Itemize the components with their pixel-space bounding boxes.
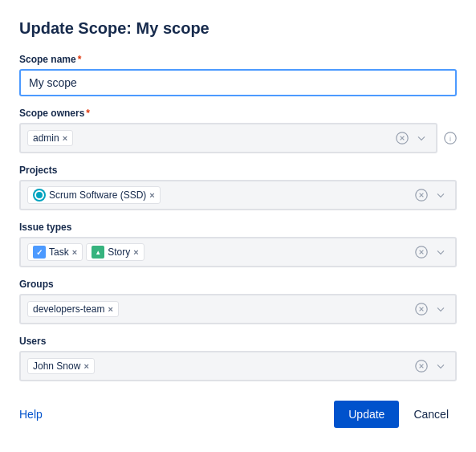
- chevron-down-projects-icon[interactable]: [433, 187, 449, 203]
- users-tags: John Snow ×: [27, 358, 410, 374]
- users-controls: [413, 358, 449, 374]
- help-link[interactable]: Help: [19, 408, 43, 421]
- scope-owners-info-icon[interactable]: i: [444, 132, 457, 145]
- projects-group: Projects Scrum Software (SSD) ×: [19, 165, 457, 210]
- remove-scrum-tag[interactable]: ×: [149, 191, 154, 200]
- update-button[interactable]: Update: [334, 401, 399, 428]
- story-icon: [92, 246, 104, 259]
- task-icon: [33, 246, 46, 259]
- chevron-down-issue-types-icon[interactable]: [433, 244, 449, 260]
- scope-owners-field[interactable]: admin ×: [19, 123, 437, 153]
- users-group: Users John Snow ×: [19, 336, 457, 381]
- group-tag-developers: developers-team ×: [27, 301, 119, 317]
- project-tag-scrum: Scrum Software (SSD) ×: [27, 186, 161, 204]
- scope-owners-row: admin × i: [19, 123, 457, 153]
- footer-buttons: Update Cancel: [334, 401, 457, 428]
- issue-tag-story: Story ×: [86, 243, 144, 261]
- remove-admin-tag[interactable]: ×: [63, 134, 67, 143]
- groups-controls: [413, 301, 449, 317]
- scope-name-group: Scope name*: [19, 54, 457, 96]
- projects-label: Projects: [19, 165, 457, 176]
- groups-tags: developers-team ×: [27, 301, 410, 317]
- user-tag-john-snow: John Snow ×: [27, 358, 95, 374]
- chevron-down-groups-icon[interactable]: [433, 301, 449, 317]
- groups-label: Groups: [19, 279, 457, 290]
- remove-task-tag[interactable]: ×: [72, 248, 77, 257]
- issue-types-tags: Task × Story ×: [27, 243, 410, 261]
- users-field[interactable]: John Snow ×: [19, 351, 457, 381]
- clear-issue-types-icon[interactable]: [413, 244, 429, 260]
- groups-field[interactable]: developers-team ×: [19, 294, 457, 324]
- issue-types-field[interactable]: Task × Story ×: [19, 237, 457, 267]
- dialog-title: Update Scope: My scope: [19, 19, 457, 38]
- scope-owners-tags: admin ×: [27, 130, 391, 146]
- svg-text:i: i: [450, 135, 451, 143]
- projects-controls: [413, 187, 449, 203]
- groups-group: Groups developers-team ×: [19, 279, 457, 324]
- projects-tags: Scrum Software (SSD) ×: [27, 186, 410, 204]
- scope-owners-controls: [394, 130, 429, 146]
- issue-types-controls: [413, 244, 449, 260]
- scope-name-input[interactable]: [19, 69, 457, 96]
- owner-tag-admin: admin ×: [27, 130, 73, 146]
- remove-story-tag[interactable]: ×: [133, 248, 138, 257]
- clear-projects-icon[interactable]: [413, 187, 429, 203]
- scrum-project-icon: [33, 189, 46, 202]
- chevron-down-scope-owners-icon[interactable]: [413, 130, 429, 146]
- remove-developers-tag[interactable]: ×: [108, 305, 112, 314]
- dialog-footer: Help Update Cancel: [19, 397, 457, 428]
- issue-types-group: Issue types Task × Story ×: [19, 222, 457, 267]
- scope-owners-label: Scope owners*: [19, 108, 457, 119]
- projects-field[interactable]: Scrum Software (SSD) ×: [19, 180, 457, 210]
- scope-name-label: Scope name*: [19, 54, 457, 65]
- clear-groups-icon[interactable]: [413, 301, 429, 317]
- issue-types-label: Issue types: [19, 222, 457, 233]
- users-label: Users: [19, 336, 457, 347]
- cancel-button[interactable]: Cancel: [405, 402, 457, 426]
- clear-users-icon[interactable]: [413, 358, 429, 374]
- remove-john-snow-tag[interactable]: ×: [83, 362, 88, 371]
- scope-owners-group: Scope owners* admin × i: [19, 108, 457, 153]
- chevron-down-users-icon[interactable]: [433, 358, 449, 374]
- clear-scope-owners-icon[interactable]: [394, 130, 410, 146]
- issue-tag-task: Task ×: [27, 243, 83, 261]
